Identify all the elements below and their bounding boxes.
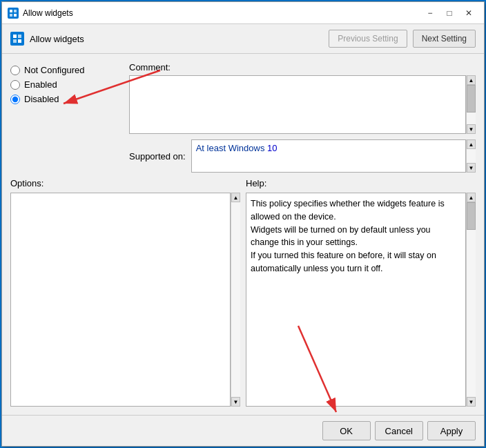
- options-scroll-track: [231, 202, 240, 397]
- help-text: This policy specifies whether the widget…: [251, 199, 445, 273]
- scroll-down-arrow[interactable]: ▼: [467, 124, 476, 134]
- radio-panel: Not Configured Enabled Disabled: [10, 62, 121, 173]
- help-scroll-thumb: [467, 202, 476, 230]
- maximize-button[interactable]: □: [440, 3, 459, 23]
- window-title: Allow widgets: [23, 8, 420, 18]
- sections-row: Options: ▲ ▼ Help: T: [10, 178, 476, 407]
- disabled-label: Disabled: [24, 94, 59, 104]
- main-content: Not Configured Enabled Disabled Comment:: [2, 54, 484, 415]
- bottom-bar: OK Cancel Apply: [2, 415, 484, 446]
- supported-value-highlight: 10: [267, 143, 277, 153]
- not-configured-radio[interactable]: [10, 66, 20, 75]
- help-scrollbar[interactable]: ▲ ▼: [466, 193, 476, 407]
- help-panel: Help: This policy specifies whether the …: [246, 178, 476, 407]
- supported-label: Supported on:: [129, 151, 186, 162]
- help-scroll-track: [467, 202, 476, 397]
- next-setting-button[interactable]: Next Setting: [413, 30, 476, 48]
- comment-section: Comment: ▲ ▼: [129, 62, 476, 134]
- toolbar-icon: [10, 32, 24, 46]
- top-section: Not Configured Enabled Disabled Comment:: [10, 62, 476, 173]
- options-scrollbar[interactable]: ▲ ▼: [231, 193, 240, 407]
- supported-box: At least Windows 10: [191, 139, 466, 173]
- toolbar: Allow widgets Previous Setting Next Sett…: [2, 24, 484, 54]
- previous-setting-button[interactable]: Previous Setting: [329, 30, 407, 48]
- apply-button[interactable]: Apply: [427, 421, 476, 440]
- supported-scroll-down[interactable]: ▼: [467, 163, 476, 173]
- comment-scrollbar[interactable]: ▲ ▼: [466, 75, 476, 134]
- window-controls: − □ ✕: [420, 3, 478, 23]
- enabled-label: Enabled: [24, 79, 57, 90]
- svg-rect-2: [10, 14, 12, 17]
- options-box: [10, 193, 231, 407]
- svg-rect-6: [13, 39, 17, 43]
- allow-widgets-dialog: Allow widgets − □ ✕ Allow widgets Previo…: [1, 1, 485, 447]
- svg-rect-7: [18, 39, 21, 43]
- enabled-option[interactable]: Enabled: [10, 79, 121, 90]
- right-panel: Comment: ▲ ▼ Supported on:: [129, 62, 476, 173]
- minimize-button[interactable]: −: [420, 3, 440, 23]
- disabled-radio[interactable]: [10, 95, 20, 104]
- svg-rect-3: [14, 14, 17, 17]
- supported-scrollbar[interactable]: ▲ ▼: [466, 139, 476, 173]
- ok-button[interactable]: OK: [322, 421, 371, 440]
- supported-scroll-up[interactable]: ▲: [467, 139, 476, 149]
- enabled-radio[interactable]: [10, 80, 20, 90]
- svg-rect-4: [13, 35, 17, 38]
- close-button[interactable]: ✕: [459, 3, 478, 23]
- options-scroll-down[interactable]: ▼: [231, 397, 240, 407]
- help-scroll-up[interactable]: ▲: [467, 193, 476, 202]
- supported-section: Supported on: At least Windows 10 ▲ ▼: [129, 139, 476, 173]
- help-scroll-down[interactable]: ▼: [467, 397, 476, 407]
- title-bar: Allow widgets − □ ✕: [2, 2, 484, 24]
- options-panel: Options: ▲ ▼: [10, 178, 240, 407]
- not-configured-label: Not Configured: [24, 65, 84, 75]
- disabled-option[interactable]: Disabled: [10, 94, 121, 104]
- help-title: Help:: [246, 178, 476, 188]
- comment-label: Comment:: [129, 62, 476, 72]
- options-title: Options:: [10, 178, 240, 188]
- svg-rect-1: [14, 10, 17, 12]
- scroll-thumb: [467, 85, 476, 113]
- help-box: This policy specifies whether the widget…: [246, 193, 466, 407]
- dialog-icon: [8, 8, 19, 19]
- scroll-up-arrow[interactable]: ▲: [467, 75, 476, 85]
- scroll-track: [467, 85, 476, 124]
- svg-rect-0: [10, 10, 12, 12]
- comment-textarea[interactable]: [129, 75, 466, 134]
- cancel-button[interactable]: Cancel: [375, 421, 423, 440]
- options-scroll-up[interactable]: ▲: [231, 193, 240, 202]
- not-configured-option[interactable]: Not Configured: [10, 65, 121, 75]
- supported-scroll-track: [467, 149, 476, 163]
- svg-rect-5: [18, 35, 21, 38]
- toolbar-title: Allow widgets: [30, 34, 323, 44]
